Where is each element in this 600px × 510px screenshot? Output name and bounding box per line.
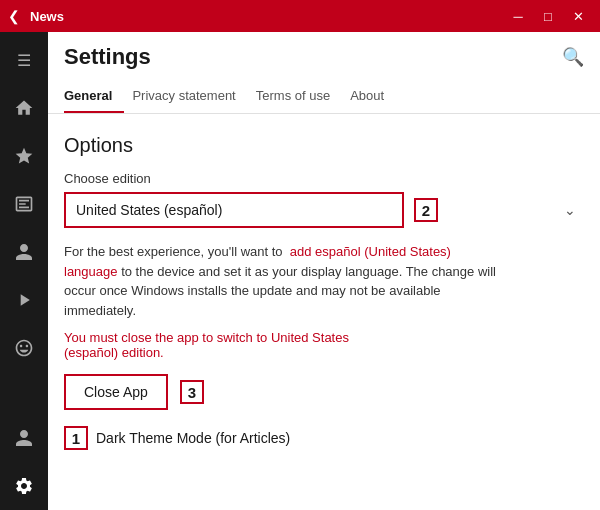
sidebar-item-interest[interactable]: [0, 324, 48, 372]
close-app-row: Close App 3: [64, 374, 584, 410]
content-scroll: Options Choose edition United States (es…: [48, 114, 600, 510]
sidebar-item-home[interactable]: [0, 84, 48, 132]
tab-general[interactable]: General: [64, 82, 124, 113]
app-body: ☰: [0, 32, 600, 510]
close-app-button[interactable]: Close App: [64, 374, 168, 410]
dropdown-wrapper: United States (español) United States (E…: [64, 192, 584, 228]
sidebar-item-settings[interactable]: [0, 462, 48, 510]
sidebar-item-favorites[interactable]: [0, 132, 48, 180]
title-bar: ❮ News ─ □ ✕: [0, 0, 600, 32]
menu-icon: ☰: [17, 51, 31, 70]
edition-dropdown[interactable]: United States (español) United States (E…: [64, 192, 404, 228]
back-button[interactable]: ❮: [8, 8, 20, 24]
nav-tabs: General Privacy statement Terms of use A…: [64, 82, 584, 113]
options-section-title: Options: [64, 134, 584, 157]
sidebar-item-menu[interactable]: ☰: [0, 36, 48, 84]
restore-button[interactable]: □: [534, 2, 562, 30]
news-icon: [14, 194, 34, 214]
content-header: Settings 🔍 General Privacy statement Ter…: [48, 32, 600, 114]
play-icon: [14, 290, 34, 310]
sidebar-item-news[interactable]: [0, 180, 48, 228]
step-badge-1: 1: [64, 426, 88, 450]
step-badge-3: 3: [180, 380, 204, 404]
header-top: Settings 🔍: [64, 44, 584, 70]
step-badge-2: 2: [414, 198, 438, 222]
tab-privacy[interactable]: Privacy statement: [132, 82, 247, 113]
dark-theme-row: 1 Dark Theme Mode (for Articles): [64, 426, 584, 450]
star-icon: [14, 146, 34, 166]
search-button[interactable]: 🔍: [562, 46, 584, 68]
profile-icon: [14, 242, 34, 262]
sidebar: ☰: [0, 32, 48, 510]
info-text-part2: to the device and set it as your display…: [64, 264, 496, 318]
sidebar-item-account[interactable]: [0, 414, 48, 462]
minimize-button[interactable]: ─: [504, 2, 532, 30]
home-icon: [14, 98, 34, 118]
tab-terms[interactable]: Terms of use: [256, 82, 342, 113]
window-controls: ─ □ ✕: [504, 2, 592, 30]
settings-icon: [14, 476, 34, 496]
warning-text: You must close the app to switch to Unit…: [64, 330, 404, 360]
page-title: Settings: [64, 44, 151, 70]
sidebar-bottom: [0, 414, 48, 510]
info-text: For the best experience, you'll want to …: [64, 242, 504, 320]
chevron-down-icon: ⌄: [564, 202, 576, 218]
content-area: Settings 🔍 General Privacy statement Ter…: [48, 32, 600, 510]
account-icon: [14, 428, 34, 448]
emoji-icon: [14, 338, 34, 358]
sidebar-item-video[interactable]: [0, 276, 48, 324]
dark-theme-label: Dark Theme Mode (for Articles): [96, 430, 290, 446]
tab-about[interactable]: About: [350, 82, 396, 113]
info-text-part1: For the best experience, you'll want to: [64, 244, 283, 259]
choose-edition-label: Choose edition: [64, 171, 584, 186]
app-title: News: [30, 9, 504, 24]
sidebar-item-profile[interactable]: [0, 228, 48, 276]
close-button[interactable]: ✕: [564, 2, 592, 30]
